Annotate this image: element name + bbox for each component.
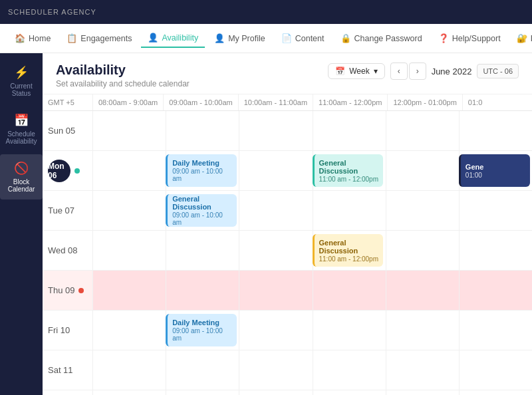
week-selector[interactable]: 📅 Week ▾ [328, 63, 384, 79]
sidebar-item-schedule-availability[interactable]: 📅 Schedule Availability [0, 106, 43, 152]
cell-fri-2[interactable] [239, 311, 312, 350]
cell-thu-0[interactable] [92, 271, 166, 310]
calendar-row-tue: Tue 07General Discussion09:00 am - 10:00… [43, 191, 532, 231]
chevron-down-icon: ▾ [374, 66, 378, 76]
col-header-2: 10:00am - 11:00am [238, 94, 313, 110]
nav-content[interactable]: 📄 Content [275, 29, 331, 47]
cell-sat1-2[interactable] [239, 350, 312, 390]
cell-sat2-5[interactable] [459, 390, 532, 395]
event-title-e2: General Discussion [319, 159, 379, 175]
event-title-e1: Daily Meeting [172, 159, 232, 167]
page-header: Availability Set availability and schedu… [43, 53, 532, 94]
day-label-sat1: Sat 11 [48, 365, 73, 375]
event-e3[interactable]: Gene01:00 [459, 154, 530, 187]
event-e6[interactable]: Daily Meeting09:00 am - 10:00 am [166, 314, 237, 346]
cell-sat1-3[interactable] [313, 350, 386, 390]
row-label-sun: Sun 05 [43, 111, 92, 150]
cell-mon-2[interactable] [239, 151, 312, 190]
event-title-e5: General Discussion [319, 239, 379, 255]
cell-wed-4[interactable] [386, 231, 459, 270]
cell-sat1-0[interactable] [92, 350, 166, 390]
cell-wed-5[interactable] [459, 231, 532, 270]
cell-sun-3[interactable] [313, 111, 386, 150]
row-label-thu: Thu 09 [43, 271, 92, 310]
nav-change-password[interactable]: 🔒 Change Password [334, 29, 429, 47]
cell-sat1-4[interactable] [386, 350, 459, 390]
cell-sat2-3[interactable] [313, 390, 386, 395]
event-time-e1: 09:00 am - 10:00 am [172, 168, 232, 182]
cell-tue-3[interactable] [313, 191, 386, 230]
nav-content-label: Content [295, 34, 325, 43]
nav-availability[interactable]: 👤 Availibility [141, 29, 205, 48]
prev-arrow[interactable]: ‹ [390, 63, 408, 80]
next-arrow[interactable]: › [409, 63, 426, 80]
sidebar-item-current-status[interactable]: ⚡ Current Status [0, 59, 43, 104]
day-label-thu: Thu 09 [48, 285, 74, 295]
cell-fri-4[interactable] [386, 311, 459, 350]
row-label-sat1: Sat 11 [43, 350, 92, 390]
event-time-e5: 11:00 am - 12:00pm [319, 255, 379, 263]
nav-password-label: Change Password [354, 34, 422, 43]
cell-sun-0[interactable] [92, 111, 166, 150]
cell-tue-0[interactable] [92, 191, 166, 230]
cell-thu-4[interactable] [386, 271, 459, 310]
row-cells-mon: Daily Meeting09:00 am - 10:00 amGeneral … [92, 151, 532, 190]
cell-tue-4[interactable] [386, 191, 459, 230]
content-area: Availability Set availability and schedu… [43, 53, 532, 395]
cell-fri-3[interactable] [313, 311, 386, 350]
gmt-label: GMT +5 [43, 94, 92, 110]
cell-thu-2[interactable] [239, 271, 312, 310]
help-icon: ❓ [438, 33, 449, 43]
cell-wed-1[interactable] [166, 231, 239, 270]
event-e4[interactable]: General Discussion09:00 am - 10:00 am [166, 194, 237, 227]
cell-wed-2[interactable] [239, 231, 312, 270]
cell-sun-5[interactable] [459, 111, 532, 150]
nav-home[interactable]: 🏠 Home [8, 29, 57, 47]
event-e5[interactable]: General Discussion11:00 am - 12:00pm [313, 234, 384, 267]
cell-sat1-5[interactable] [459, 350, 532, 390]
event-e2[interactable]: General Discussion11:00 am - 12:00pm [313, 154, 384, 187]
nav-legal[interactable]: 🔐 Legal/Privacy [510, 29, 532, 47]
event-e1[interactable]: Daily Meeting09:00 am - 10:00 am [166, 154, 237, 187]
cell-sun-2[interactable] [239, 111, 312, 150]
calendar-row-sat1: Sat 11 [43, 350, 532, 390]
cell-thu-5[interactable] [459, 271, 532, 310]
day-label-fri: Fri 10 [48, 325, 70, 335]
cell-sat2-2[interactable] [239, 390, 312, 395]
row-label-tue: Tue 07 [43, 191, 92, 230]
nav-engagements[interactable]: 📋 Engagements [60, 29, 138, 47]
cell-thu-1[interactable] [166, 271, 239, 310]
col-header-0: 08:00am - 9:00am [92, 94, 163, 110]
cell-sat2-4[interactable] [386, 390, 459, 395]
calendar-row-sun: Sun 05 [43, 111, 532, 151]
cell-sun-1[interactable] [166, 111, 239, 150]
row-cells-fri: Daily Meeting09:00 am - 10:00 am [92, 311, 532, 350]
cell-sun-4[interactable] [386, 111, 459, 150]
cell-tue-5[interactable] [459, 191, 532, 230]
day-label-sun: Sun 05 [48, 126, 75, 136]
cell-sat2-0[interactable] [92, 390, 166, 395]
row-cells-thu [92, 271, 532, 310]
week-label: Week [349, 66, 369, 76]
nav-help[interactable]: ❓ Help/Support [432, 29, 507, 47]
nav-my-profile[interactable]: 👤 My Profile [207, 29, 272, 47]
schedule-icon: 📅 [14, 113, 29, 128]
green-dot-mon [74, 168, 80, 174]
cell-mon-4[interactable] [386, 151, 459, 190]
page-subtitle: Set availability and schedule calendar [56, 79, 190, 88]
calendar-body: Sun 05Mon 06Daily Meeting09:00 am - 10:0… [43, 111, 532, 395]
event-title-e6: Daily Meeting [172, 319, 232, 327]
cell-fri-0[interactable] [92, 311, 166, 350]
row-cells-sun [92, 111, 532, 150]
cell-wed-0[interactable] [92, 231, 166, 270]
cell-thu-3[interactable] [313, 271, 386, 310]
cell-fri-5[interactable] [459, 311, 532, 350]
sidebar-item-block-calendar[interactable]: 🚫 Block Calendar [0, 154, 43, 199]
calendar-row-thu: Thu 09 [43, 271, 532, 311]
cell-mon-0[interactable] [92, 151, 166, 190]
cell-sat1-1[interactable] [166, 350, 239, 390]
month-label: June 2022 [432, 66, 472, 76]
calendar-row-wed: Wed 08General Discussion11:00 am - 12:00… [43, 231, 532, 271]
cell-sat2-1[interactable] [166, 390, 239, 395]
cell-tue-2[interactable] [239, 191, 312, 230]
